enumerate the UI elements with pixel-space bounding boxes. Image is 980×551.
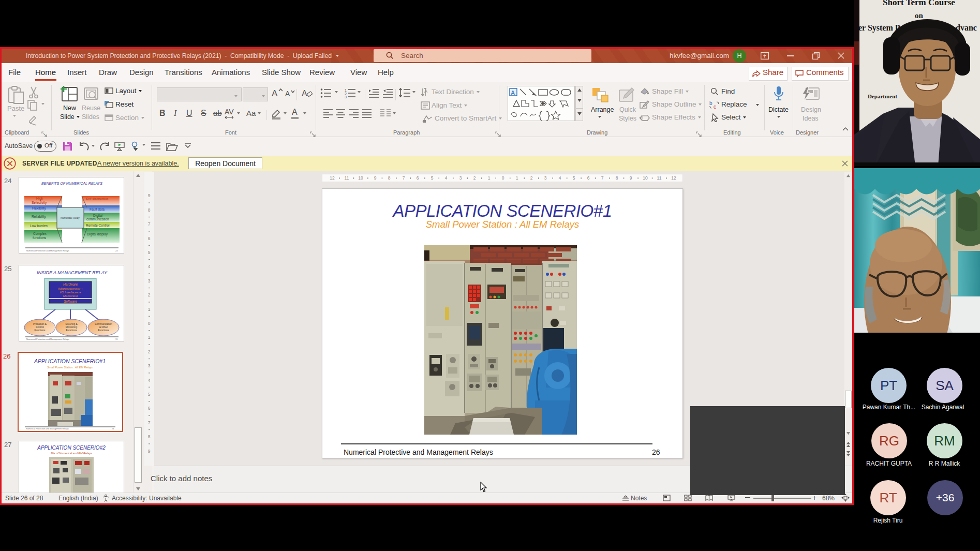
svg-text:Short Term Course: Short Term Course — [883, 0, 955, 7]
svg-text:er System P: er System P — [858, 23, 900, 33]
svg-text:Department: Department — [868, 93, 897, 99]
svg-text:on: on — [915, 11, 924, 20]
